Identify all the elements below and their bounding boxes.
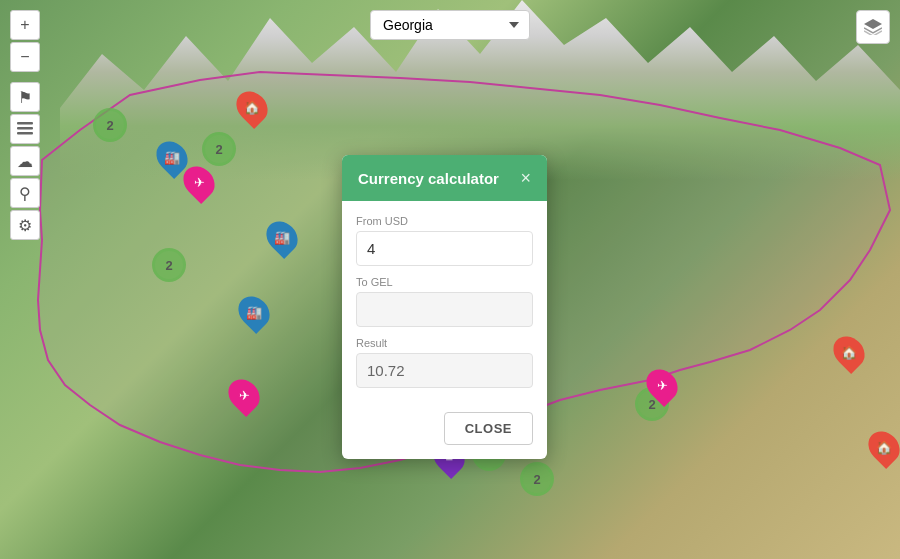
region-select[interactable]: Georgia Armenia Azerbaijan Turkey xyxy=(370,10,530,40)
result-input xyxy=(356,353,533,388)
modal-close-button[interactable]: × xyxy=(520,169,531,187)
cluster-marker[interactable]: 2 xyxy=(202,132,236,166)
to-gel-field-group: To GEL xyxy=(356,276,533,327)
home-marker-red-2[interactable]: 🏠 xyxy=(835,335,863,369)
factory-marker-blue[interactable]: 🏭 xyxy=(158,140,186,174)
to-gel-input xyxy=(356,292,533,327)
flag-button[interactable]: ⚑ xyxy=(10,82,40,112)
cloud-button[interactable]: ☁ xyxy=(10,146,40,176)
settings-button[interactable]: ⚙ xyxy=(10,210,40,240)
svg-rect-2 xyxy=(17,132,33,135)
result-field-group: Result xyxy=(356,337,533,388)
plane-marker-pink-2[interactable]: ✈ xyxy=(230,378,258,412)
home-marker-red-3[interactable]: 🏠 xyxy=(870,430,898,464)
layers-button[interactable] xyxy=(10,114,40,144)
link-button[interactable]: ⚲ xyxy=(10,178,40,208)
cluster-marker[interactable]: 2 xyxy=(520,462,554,496)
map-layers-button[interactable] xyxy=(856,10,890,44)
svg-rect-0 xyxy=(17,122,33,125)
factory-marker-blue-2[interactable]: 🏭 xyxy=(268,220,296,254)
from-usd-input[interactable] xyxy=(356,231,533,266)
svg-rect-1 xyxy=(17,127,33,130)
plane-marker-pink[interactable]: ✈ xyxy=(185,165,213,199)
zoom-in-button[interactable]: + xyxy=(10,10,40,40)
modal-body: From USD To GEL Result xyxy=(342,201,547,402)
factory-marker-blue-3[interactable]: 🏭 xyxy=(240,295,268,329)
modal-title: Currency calculator xyxy=(358,170,499,187)
from-usd-field-group: From USD xyxy=(356,215,533,266)
cluster-marker[interactable]: 2 xyxy=(93,108,127,142)
result-label: Result xyxy=(356,337,533,349)
cluster-marker[interactable]: 2 xyxy=(152,248,186,282)
from-usd-label: From USD xyxy=(356,215,533,227)
left-toolbar: + − ⚑ ☁ ⚲ ⚙ xyxy=(10,10,40,240)
zoom-out-button[interactable]: − xyxy=(10,42,40,72)
modal-header: Currency calculator × xyxy=(342,155,547,201)
close-button[interactable]: CLOSE xyxy=(444,412,533,445)
home-marker-red[interactable]: 🏠 xyxy=(238,90,266,124)
to-gel-label: To GEL xyxy=(356,276,533,288)
modal-footer: CLOSE xyxy=(342,402,547,459)
plane-marker-pink-3[interactable]: ✈ xyxy=(648,368,676,402)
region-selector-container: Georgia Armenia Azerbaijan Turkey xyxy=(370,10,530,40)
currency-calculator-modal: Currency calculator × From USD To GEL Re… xyxy=(342,155,547,459)
